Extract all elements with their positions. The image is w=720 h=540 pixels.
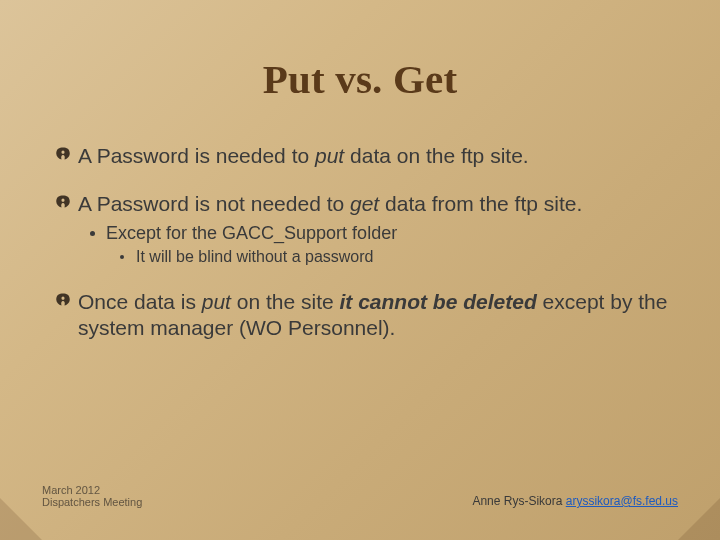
text: data on the ftp site. [344, 144, 528, 167]
text-italic: put [202, 290, 231, 313]
footer-left: March 2012 Dispatchers Meeting [42, 484, 142, 508]
bullet-item: A Password is needed to put data on the … [48, 143, 680, 169]
text-italic: put [315, 144, 344, 167]
slide-title: Put vs. Get [40, 55, 680, 103]
decorative-corner [0, 498, 42, 540]
text-bold-italic: it cannot be deleted [340, 290, 537, 313]
text: Except for the GACC_Support folder [106, 223, 397, 243]
bullet-item: Once data is put on the site it cannot b… [48, 289, 680, 342]
footer-author: Anne Rys-Sikora [472, 494, 565, 508]
footer-meeting: Dispatchers Meeting [42, 496, 142, 508]
text-italic: get [350, 192, 379, 215]
text: It will be blind without a password [136, 248, 373, 265]
text: A Password is not needed to [78, 192, 350, 215]
text: data from the ftp site. [379, 192, 582, 215]
text: on the site [231, 290, 340, 313]
slide-content: A Password is needed to put data on the … [40, 143, 680, 342]
footer-email-link[interactable]: aryssikora@fs.fed.us [566, 494, 678, 508]
sub-bullet-item: Except for the GACC_Support folder [90, 222, 680, 245]
slide-footer: March 2012 Dispatchers Meeting Anne Rys-… [0, 484, 720, 508]
decorative-corner [678, 498, 720, 540]
sub-sub-bullet-item: It will be blind without a password [120, 247, 680, 267]
slide: Put vs. Get A Password is needed to put … [0, 0, 720, 540]
bullet-item: A Password is not needed to get data fro… [48, 191, 680, 217]
text: Once data is [78, 290, 202, 313]
footer-date: March 2012 [42, 484, 142, 496]
text: A Password is needed to [78, 144, 315, 167]
footer-right: Anne Rys-Sikora aryssikora@fs.fed.us [472, 494, 678, 508]
